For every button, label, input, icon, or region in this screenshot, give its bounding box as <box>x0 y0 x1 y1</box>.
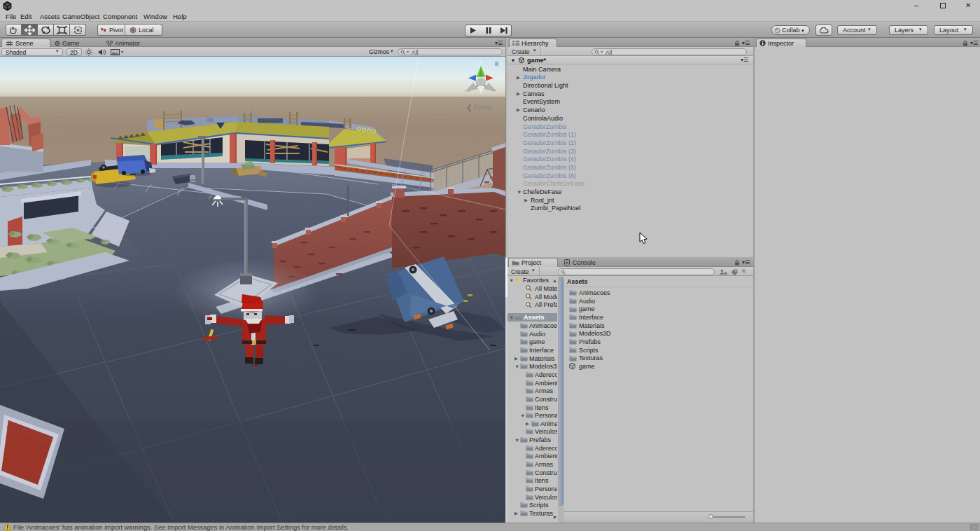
svg-text:Persp: Persp <box>474 104 493 111</box>
svg-text:z: z <box>465 72 468 77</box>
svg-text:x: x <box>489 71 492 76</box>
svg-text:y: y <box>479 60 482 65</box>
svg-text:❮: ❮ <box>466 103 472 112</box>
